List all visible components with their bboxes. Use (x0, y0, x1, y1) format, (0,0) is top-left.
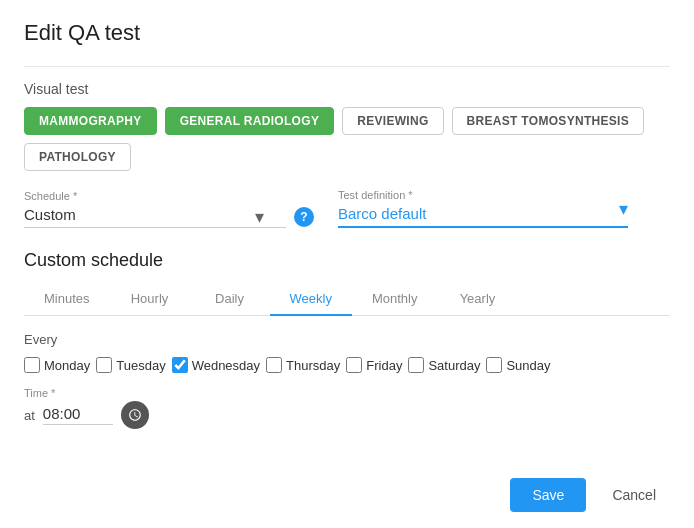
schedule-select-wrapper: Custom Daily Weekly Monthly ▾ (24, 206, 286, 228)
day-saturday[interactable]: Saturday (408, 357, 480, 373)
tag-reviewing[interactable]: REVIEWING (342, 107, 443, 135)
divider-top (24, 66, 670, 67)
day-sunday[interactable]: Sunday (486, 357, 550, 373)
tab-weekly[interactable]: Weekly (270, 283, 352, 316)
save-button[interactable]: Save (510, 478, 586, 512)
day-wednesday[interactable]: Wednesday (172, 357, 260, 373)
checkbox-friday[interactable] (346, 357, 362, 373)
schedule-group: Schedule * Custom Daily Weekly Monthly ▾… (24, 190, 314, 228)
day-wednesday-label: Wednesday (192, 358, 260, 373)
day-monday-label: Monday (44, 358, 90, 373)
day-tuesday-label: Tuesday (116, 358, 165, 373)
tags-row: MAMMOGRAPHY GENERAL RADIOLOGY REVIEWING … (24, 107, 670, 171)
every-label: Every (24, 332, 670, 347)
page-title: Edit QA test (24, 20, 670, 46)
visual-test-label: Visual test (24, 81, 670, 97)
tag-pathology[interactable]: PATHOLOGY (24, 143, 131, 171)
day-friday-label: Friday (366, 358, 402, 373)
time-row: at (24, 401, 670, 429)
custom-schedule-title: Custom schedule (24, 250, 670, 271)
tab-monthly[interactable]: Monthly (352, 283, 438, 316)
tag-breast-tomosynthesis[interactable]: BREAST TOMOSYNTHESIS (452, 107, 644, 135)
day-sunday-label: Sunday (506, 358, 550, 373)
time-label: Time * (24, 387, 670, 399)
tag-mammography[interactable]: MAMMOGRAPHY (24, 107, 157, 135)
day-friday[interactable]: Friday (346, 357, 402, 373)
clock-icon[interactable] (121, 401, 149, 429)
checkbox-tuesday[interactable] (96, 357, 112, 373)
time-input[interactable] (43, 405, 113, 425)
test-definition-select[interactable]: Barco default Custom (338, 205, 628, 222)
time-at-label: at (24, 408, 35, 423)
day-tuesday[interactable]: Tuesday (96, 357, 165, 373)
fields-row: Schedule * Custom Daily Weekly Monthly ▾… (24, 189, 670, 228)
days-row: Monday Tuesday Wednesday Thursday Friday… (24, 357, 670, 373)
test-definition-label: Test definition * (338, 189, 628, 201)
day-thursday[interactable]: Thursday (266, 357, 340, 373)
tab-hourly[interactable]: Hourly (110, 283, 190, 316)
checkbox-wednesday[interactable] (172, 357, 188, 373)
tab-daily[interactable]: Daily (190, 283, 270, 316)
tag-general-radiology[interactable]: GENERAL RADIOLOGY (165, 107, 335, 135)
help-icon[interactable]: ? (294, 207, 314, 227)
day-thursday-label: Thursday (286, 358, 340, 373)
day-monday[interactable]: Monday (24, 357, 90, 373)
cancel-button[interactable]: Cancel (598, 478, 670, 512)
checkbox-thursday[interactable] (266, 357, 282, 373)
custom-schedule-section: Custom schedule Minutes Hourly Daily Wee… (24, 250, 670, 429)
page-container: Edit QA test Visual test MAMMOGRAPHY GEN… (0, 0, 694, 528)
schedule-label: Schedule * (24, 190, 314, 202)
tabs-row: Minutes Hourly Daily Weekly Monthly Year… (24, 283, 670, 316)
tab-yearly[interactable]: Yearly (437, 283, 517, 316)
time-section: Time * at (24, 387, 670, 429)
schedule-select[interactable]: Custom Daily Weekly Monthly (24, 206, 286, 223)
checkbox-monday[interactable] (24, 357, 40, 373)
test-definition-group: Test definition * Barco default Custom ▾ (338, 189, 628, 228)
checkbox-sunday[interactable] (486, 357, 502, 373)
day-saturday-label: Saturday (428, 358, 480, 373)
test-definition-wrapper: Barco default Custom ▾ (338, 205, 628, 228)
footer-row: Save Cancel (510, 478, 670, 512)
tab-minutes[interactable]: Minutes (24, 283, 110, 316)
checkbox-saturday[interactable] (408, 357, 424, 373)
